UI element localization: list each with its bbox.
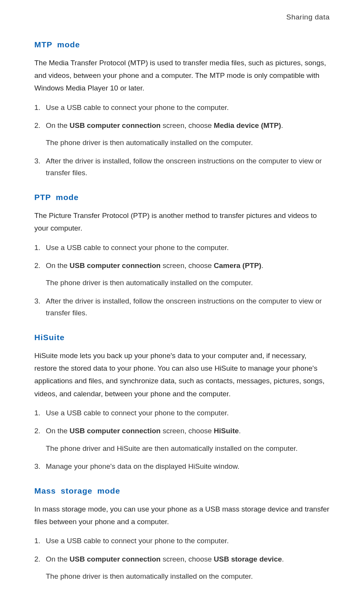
section-heading-ptp: PTP mode	[34, 191, 330, 204]
step-item: Use a USB cable to connect your phone to…	[34, 102, 330, 113]
text-bold: USB computer connection	[69, 555, 161, 563]
section-body-mtp: The Media Transfer Protocol (MTP) is use…	[34, 56, 330, 95]
step-text: On the USB computer connection screen, c…	[46, 553, 330, 565]
steps-mass-storage: Use a USB cable to connect your phone to…	[34, 535, 330, 582]
step-text: On the USB computer connection screen, c…	[46, 425, 330, 437]
step-text: On the USB computer connection screen, c…	[46, 119, 330, 131]
step-sub: The phone driver is then automatically i…	[46, 277, 330, 289]
section-body-hisuite: HiSuite mode lets you back up your phone…	[34, 349, 330, 400]
text-run: On the	[46, 261, 69, 270]
text-run: On the	[46, 121, 69, 129]
text-bold: USB computer connection	[69, 261, 161, 270]
step-text: Manage your phone's data on the displaye…	[46, 460, 330, 472]
text-bold: USB storage device	[214, 555, 282, 563]
step-item: Manage your phone's data on the displaye…	[34, 460, 330, 472]
text-run: .	[281, 121, 283, 129]
step-item: After the driver is installed, follow th…	[34, 295, 330, 319]
steps-mtp: Use a USB cable to connect your phone to…	[34, 102, 330, 179]
step-item: On the USB computer connection screen, c…	[34, 553, 330, 583]
step-item: After the driver is installed, follow th…	[34, 155, 330, 179]
text-run: screen, choose	[161, 261, 214, 270]
section-body-mass-storage: In mass storage mode, you can use your p…	[34, 503, 330, 528]
text-bold: HiSuite	[214, 427, 238, 435]
text-bold: USB computer connection	[69, 427, 161, 435]
text-run: screen, choose	[161, 427, 214, 435]
text-run: screen, choose	[161, 121, 214, 129]
step-text: Use a USB cable to connect your phone to…	[46, 407, 330, 419]
step-item: On the USB computer connection screen, c…	[34, 119, 330, 149]
text-bold: Media device (MTP)	[214, 121, 281, 129]
step-item: On the USB computer connection screen, c…	[34, 425, 330, 454]
step-text: After the driver is installed, follow th…	[46, 155, 330, 179]
text-run: On the	[46, 427, 69, 435]
text-bold: Camera (PTP)	[214, 261, 261, 270]
steps-ptp: Use a USB cable to connect your phone to…	[34, 242, 330, 319]
text-bold: USB computer connection	[69, 121, 161, 129]
step-text: Use a USB cable to connect your phone to…	[46, 535, 330, 547]
step-sub: The phone driver and HiSuite are then au…	[46, 442, 330, 454]
step-text: On the USB computer connection screen, c…	[46, 260, 330, 271]
step-item: Use a USB cable to connect your phone to…	[34, 242, 330, 253]
text-run: .	[261, 261, 263, 270]
text-run: .	[282, 555, 284, 563]
page-header: Sharing data	[34, 11, 330, 23]
section-heading-hisuite: HiSuite	[34, 331, 330, 344]
section-body-ptp: The Picture Transfer Protocol (PTP) is a…	[34, 209, 330, 235]
text-run: On the	[46, 555, 69, 563]
steps-hisuite: Use a USB cable to connect your phone to…	[34, 407, 330, 472]
step-sub: The phone driver is then automatically i…	[46, 570, 330, 582]
step-item: On the USB computer connection screen, c…	[34, 260, 330, 289]
step-item: Use a USB cable to connect your phone to…	[34, 535, 330, 547]
step-text: Use a USB cable to connect your phone to…	[46, 242, 330, 253]
section-heading-mass-storage: Mass storage mode	[34, 484, 330, 497]
step-item: Use a USB cable to connect your phone to…	[34, 407, 330, 419]
section-heading-mtp: MTP mode	[34, 38, 330, 51]
step-text: Use a USB cable to connect your phone to…	[46, 102, 330, 113]
text-run: screen, choose	[161, 555, 214, 563]
step-text: After the driver is installed, follow th…	[46, 295, 330, 319]
step-sub: The phone driver is then automatically i…	[46, 137, 330, 148]
text-run: .	[239, 427, 241, 435]
